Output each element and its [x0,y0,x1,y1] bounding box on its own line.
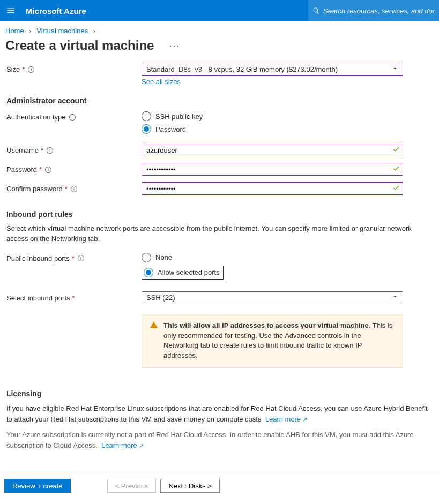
check-icon [392,146,400,155]
public-inbound-label: Public inbound ports [6,254,70,262]
required-indicator: * [72,254,75,262]
footer-bar: Review + create < Previous Next : Disks … [0,472,439,499]
auth-password-label: Password [155,125,186,133]
inbound-none-radio[interactable]: None [142,253,403,262]
form-area: Size * i Standard_D8s_v3 - 8 vcpus, 32 G… [0,63,439,472]
password-label: Password [6,166,37,174]
inbound-none-label: None [155,253,172,261]
size-label: Size [6,65,20,73]
size-row: Size * i Standard_D8s_v3 - 8 vcpus, 32 G… [6,63,433,86]
confirm-password-row: Confirm password * i [6,182,433,195]
review-create-button[interactable]: Review + create [4,479,71,493]
confirm-password-input[interactable] [142,182,403,195]
info-icon[interactable]: i [47,147,53,154]
radio-icon [142,111,151,121]
check-icon [392,184,400,193]
search-input[interactable] [323,7,435,15]
brand-label: Microsoft Azure [21,6,86,16]
password-row: Password * i [6,163,433,176]
auth-password-radio[interactable]: Password [142,124,403,134]
auth-type-label: Authentication type [6,113,66,121]
top-bar: Microsoft Azure [0,0,439,21]
info-icon[interactable]: i [69,114,76,121]
breadcrumb: Home › Virtual machines › [0,21,439,37]
chevron-right-icon: › [26,27,34,35]
size-value: Standard_D8s_v3 - 8 vcpus, 32 GiB memory… [146,65,338,73]
public-inbound-row: Public inbound ports * i None Allow sele… [6,252,433,280]
inbound-ports-select[interactable]: SSH (22) [142,291,403,304]
licensing-learn-more-link-2[interactable]: Learn more [101,441,144,449]
inbound-allow-label: Allow selected ports [158,268,220,276]
warning-bold-text: This will allow all IP addresses to acce… [163,321,370,329]
radio-icon [142,253,151,262]
password-input[interactable] [142,163,403,176]
licensing-heading: Licensing [6,389,433,398]
administrator-heading: Administrator account [6,96,433,105]
global-search[interactable] [308,0,439,21]
select-inbound-label: Select inbound ports [6,294,70,302]
page-title-row: Create a virtual machine ··· [0,37,439,63]
chevron-down-icon [392,65,398,73]
inbound-heading: Inbound port rules [6,210,433,219]
inbound-allow-radio[interactable]: Allow selected ports [142,266,224,280]
auth-ssh-radio[interactable]: SSH public key [142,111,403,121]
check-icon [392,165,400,174]
username-input[interactable] [142,144,403,156]
required-indicator: * [39,166,42,174]
previous-button: < Previous [107,479,157,493]
confirm-password-label: Confirm password [6,185,63,193]
username-row: Username * i [6,144,433,156]
required-indicator: * [41,146,43,154]
breadcrumb-virtual-machines[interactable]: Virtual machines [36,27,88,35]
info-icon[interactable]: i [71,186,77,192]
inbound-description: Select which virtual machine network por… [6,224,433,244]
radio-icon [142,124,151,134]
page-title: Create a virtual machine [5,38,154,53]
hamburger-icon [6,6,16,16]
info-icon[interactable]: i [78,255,84,261]
licensing-description: If you have eligible Red Hat Enterprise … [6,403,433,424]
size-select[interactable]: Standard_D8s_v3 - 8 vcpus, 32 GiB memory… [142,63,403,76]
chevron-right-icon: › [90,27,99,35]
select-inbound-row: Select inbound ports * SSH (22) This wil… [6,291,433,368]
auth-ssh-label: SSH public key [155,112,203,121]
next-button[interactable]: Next : Disks > [160,479,220,493]
inbound-ports-value: SSH (22) [146,294,175,302]
more-actions-button[interactable]: ··· [169,40,180,51]
see-all-sizes-link[interactable]: See all sizes [142,78,181,86]
hamburger-menu-button[interactable] [0,0,21,21]
required-indicator: * [72,294,75,302]
info-icon[interactable]: i [45,167,51,173]
breadcrumb-home[interactable]: Home [5,27,24,35]
chevron-down-icon [392,294,398,302]
info-icon[interactable]: i [28,66,34,73]
licensing-learn-more-link[interactable]: Learn more [265,415,308,423]
inbound-warning: This will allow all IP addresses to acce… [142,314,403,368]
required-indicator: * [65,185,68,193]
licensing-muted-note: Your Azure subscription is currently not… [6,430,433,450]
auth-type-row: Authentication type i SSH public key Pas… [6,110,433,134]
search-icon [312,7,320,14]
username-label: Username [6,146,39,154]
warning-icon [150,321,158,361]
required-indicator: * [22,65,25,73]
radio-icon [144,268,153,277]
